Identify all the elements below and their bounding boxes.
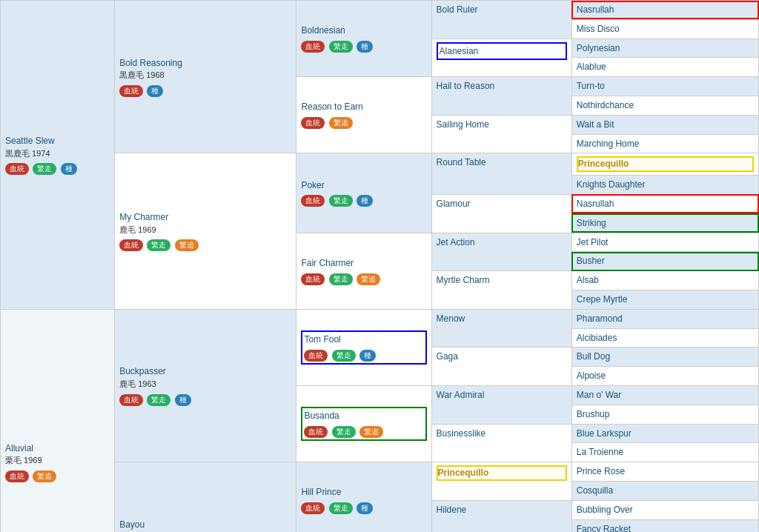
- gen4-war-admiral-cell: War Admiral: [431, 385, 571, 424]
- gen3-boldnesian-cell: Boldnesian 血統 繁走 種: [296, 1, 431, 77]
- gen5-nothirdchance-link[interactable]: Nothirdchance: [577, 100, 634, 110]
- badge-breed-chase: 繁追: [357, 273, 380, 285]
- gen4-gaga-cell: Gaga: [431, 348, 571, 386]
- gen5-nasrullah-3-link[interactable]: Nasrullah: [577, 199, 614, 209]
- gen4-glamour-link[interactable]: Glamour: [437, 199, 471, 209]
- gen5-marching-home-link[interactable]: Marching Home: [577, 139, 640, 149]
- gen5-turn-to-cell: Turn-to: [571, 77, 758, 96]
- gen5-princequillo-2-link[interactable]: Princequillo: [578, 159, 629, 169]
- gen5-cosquilla-link[interactable]: Cosquilla: [577, 485, 613, 496]
- gen5-alpoise-cell: Alpoise: [571, 367, 758, 386]
- gen3-fair-charmer-link[interactable]: Fair Charmer: [301, 258, 354, 268]
- badge-seed: 種: [61, 163, 77, 175]
- badge-breed-run: 繁走: [329, 502, 353, 514]
- bayou-name-link[interactable]: Bayou: [119, 519, 145, 530]
- gen3-reason-to-earn-cell: Reason to Earn 血統 繁追: [296, 77, 431, 153]
- gen5-busher-link[interactable]: Busher: [577, 256, 605, 266]
- gen3-reason-to-earn-link[interactable]: Reason to Earn: [301, 102, 362, 112]
- gen5-pharamond-cell: Pharamond: [571, 309, 758, 328]
- gen2-top-badges: 血統 種: [119, 84, 291, 97]
- gen4-businesslike-cell: Businesslike: [431, 424, 571, 462]
- gen5-fancy-racket-cell: Fancy Racket: [571, 519, 758, 532]
- badge-blood: 血統: [301, 502, 325, 514]
- gen3-busanda-link[interactable]: Busanda: [304, 410, 339, 421]
- gen4-alanesian-bordered: Alanesian: [437, 42, 567, 61]
- gen5-pharamond-link[interactable]: Pharamond: [577, 313, 623, 324]
- gen5-la-troienne-cell: La Troienne: [571, 443, 758, 462]
- gen5-alcibiades-link[interactable]: Alcibiades: [577, 333, 617, 343]
- badge-blood: 血統: [301, 273, 325, 285]
- gen5-brushup-cell: Brushup: [571, 405, 758, 424]
- gen5-alablue-link[interactable]: Alablue: [577, 61, 606, 72]
- gen4-hail-to-reason-link[interactable]: Hail to Reason: [437, 81, 495, 91]
- gen5-polynesian-link[interactable]: Polynesian: [577, 43, 620, 53]
- gen4-menow-cell: Menow: [431, 309, 571, 348]
- gen4-princequillo-link[interactable]: Princequillo: [438, 468, 489, 478]
- badge-breed-chase: 繁追: [175, 239, 199, 251]
- gen4-alanesian-link[interactable]: Alanesian: [440, 46, 479, 56]
- gen4-bold-ruler-link[interactable]: Bold Ruler: [437, 4, 478, 15]
- gen5-prince-rose-link[interactable]: Prince Rose: [577, 466, 625, 476]
- badge-blood: 血統: [301, 117, 325, 129]
- gen5-alpoise-link[interactable]: Alpoise: [577, 370, 606, 381]
- gen3-boldnesian-link[interactable]: Boldnesian: [301, 25, 345, 36]
- gen5-striking-cell: Striking: [571, 213, 758, 233]
- gen3-hill-prince-cell: Hill Prince 血統 繁走 種: [296, 462, 431, 532]
- gen1-alluvial-cell: Alluvial 栗毛 1969 血統 繁追: [1, 309, 115, 532]
- gen2-top-name-link[interactable]: Bold Reasoning: [119, 58, 182, 68]
- gen5-man-o-war-link[interactable]: Man o' War: [577, 390, 622, 400]
- pedigree-table: Seattle Slew 黒鹿毛 1974 血統 繁走 種 Bold Reaso…: [0, 0, 759, 532]
- gen3-fair-charmer-cell: Fair Charmer 血統 繁走 繁追: [296, 233, 431, 309]
- badge-breed-chase: 繁追: [329, 117, 353, 129]
- gen5-wait-a-bit-link[interactable]: Wait a Bit: [577, 119, 614, 130]
- badge-seed: 種: [357, 41, 373, 53]
- gen5-miss-disco-cell: Miss Disco: [571, 19, 758, 39]
- gen4-sailing-home-link[interactable]: Sailing Home: [437, 119, 489, 130]
- gen5-knights-daughter-link[interactable]: Knights Daughter: [577, 179, 646, 190]
- gen3-poker-cell: Poker 血統 繁走 種: [296, 153, 431, 233]
- badge-breed-chase: 繁追: [33, 471, 56, 482]
- gen5-blue-larkspur-link[interactable]: Blue Larkspur: [577, 428, 632, 439]
- gen4-war-admiral-link[interactable]: War Admiral: [437, 390, 485, 400]
- gen5-la-troienne-link[interactable]: La Troienne: [577, 447, 623, 457]
- gen2-my-charmer-cell: My Charmer 鹿毛 1969 血統 繁走 繁追: [115, 153, 296, 309]
- gen5-alcibiades-cell: Alcibiades: [571, 328, 758, 348]
- gen5-alsab-link[interactable]: Alsab: [577, 275, 599, 285]
- gen5-bull-dog-link[interactable]: Bull Dog: [577, 351, 610, 362]
- gen5-bubbling-over-link[interactable]: Bubbling Over: [577, 505, 633, 515]
- gen5-crepe-myrtle-link[interactable]: Crepe Myrtle: [577, 294, 628, 305]
- buckpasser-name-link[interactable]: Buckpasser: [119, 366, 166, 376]
- gen5-nasrullah-1-link[interactable]: Nasrullah: [577, 4, 614, 15]
- gen5-nasrullah-3-cell: Nasrullah: [571, 194, 758, 213]
- gen3-poker-link[interactable]: Poker: [301, 180, 324, 190]
- gen5-prince-rose-cell: Prince Rose: [571, 462, 758, 482]
- gen1-name-link[interactable]: Seattle Slew: [5, 136, 55, 146]
- gen4-jet-action-cell: Jet Action: [431, 233, 571, 271]
- gen3-tom-fool-link[interactable]: Tom Fool: [304, 334, 340, 345]
- gen5-marching-home-cell: Marching Home: [571, 134, 758, 153]
- gen5-nothirdchance-cell: Nothirdchance: [571, 96, 758, 115]
- gen5-striking-link[interactable]: Striking: [577, 218, 606, 228]
- gen2-bottom-name-link[interactable]: My Charmer: [119, 212, 168, 222]
- alluvial-name-link[interactable]: Alluvial: [5, 443, 33, 453]
- gen4-menow-link[interactable]: Menow: [437, 313, 465, 324]
- gen5-polynesian-cell: Polynesian: [571, 39, 758, 58]
- gen5-turn-to-link[interactable]: Turn-to: [577, 81, 605, 91]
- gen4-gaga-link[interactable]: Gaga: [437, 351, 458, 362]
- gen5-crepe-myrtle-cell: Crepe Myrtle: [571, 290, 758, 309]
- gen5-bubbling-over-cell: Bubbling Over: [571, 500, 758, 519]
- gen4-round-table-link[interactable]: Round Table: [437, 157, 486, 167]
- badge-breed-run: 繁走: [329, 273, 353, 285]
- gen4-myrtle-charm-link[interactable]: Myrtle Charm: [437, 275, 490, 285]
- gen5-fancy-racket-link[interactable]: Fancy Racket: [577, 524, 631, 532]
- gen4-businesslike-link[interactable]: Businesslike: [437, 428, 486, 439]
- gen3-hill-prince-link[interactable]: Hill Prince: [301, 487, 341, 497]
- gen5-brushup-link[interactable]: Brushup: [577, 409, 610, 419]
- gen1-seattle-slew-cell: Seattle Slew 黒鹿毛 1974 血統 繁走 種: [1, 1, 115, 310]
- gen5-jet-pilot-link[interactable]: Jet Pilot: [577, 237, 609, 247]
- gen4-jet-action-link[interactable]: Jet Action: [437, 237, 475, 247]
- gen5-wait-a-bit-cell: Wait a Bit: [571, 115, 758, 134]
- gen5-miss-disco-link[interactable]: Miss Disco: [577, 24, 620, 34]
- badge-seed: 種: [359, 350, 376, 362]
- gen4-hildene-link[interactable]: Hildene: [437, 505, 467, 515]
